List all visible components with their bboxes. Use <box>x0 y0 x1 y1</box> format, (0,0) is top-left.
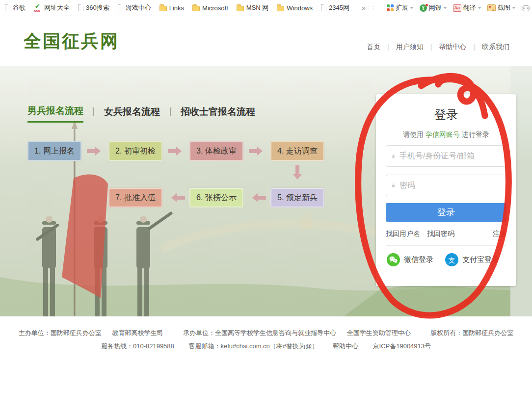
chevron-down-icon <box>512 7 515 10</box>
flow-step-5-pre-selected-recruit: 5. 预定新兵 <box>270 188 324 208</box>
bookmark-label: 谷歌 <box>13 3 26 12</box>
flow-step-7-approved-enlistment: 7. 批准入伍 <box>108 188 162 208</box>
extensions-icon <box>387 4 394 11</box>
toolbar-screenshot[interactable]: 截图 <box>487 3 515 12</box>
footer-line-contacts: 服务热线：010-82199588 客服邮箱：kefu#chsi.com.cn（… <box>0 339 532 353</box>
login-panel: 登录 请使用 学信网账号 进行登录 登录 找回用户名 找回密码 注册 <box>376 94 516 286</box>
footer-aid-center: 全国学生资助管理中心 <box>347 329 411 337</box>
top-nav: 首页 | 用户须知 | 帮助中心 | 联系我们 <box>360 43 516 52</box>
footer-hotline: 服务热线：010-82199588 <box>101 342 174 350</box>
flow-step-4-home-visit-investigation: 4. 走访调查 <box>270 141 324 161</box>
alipay-icon: 支 <box>445 253 458 266</box>
alipay-login[interactable]: 支 支付宝登录 <box>445 253 499 266</box>
tab-male-enlistment[interactable]: 男兵报名流程 <box>27 104 83 123</box>
wechat-icon <box>387 253 400 266</box>
hao123-icon <box>34 4 42 12</box>
footer-copyright: 版权所有：国防部征兵办公室 <box>430 329 513 337</box>
bookmark-label: 360搜索 <box>86 3 109 12</box>
translate-icon: Aa <box>453 4 461 12</box>
arrow-right-icon <box>87 147 105 156</box>
page-icon <box>118 4 123 11</box>
subtitle-suffix: 进行登录 <box>462 130 489 138</box>
lock-icon <box>391 182 396 189</box>
nav-home[interactable]: 首页 <box>360 43 387 52</box>
footer-service-email: 客服邮箱：kefu#chsi.com.cn（将#替换为@） <box>188 342 318 350</box>
page-icon <box>78 4 83 11</box>
footer-undertaker-unit: 承办单位：全国高等学校学生信息咨询与就业指导中心 <box>183 329 336 337</box>
hero-section: 男兵报名流程 女兵报名流程 招收士官报名流程 1. 网上报名 2. 初审初检 3… <box>0 66 532 316</box>
footer-line-organizers: 主办单位：国防部征兵办公室 教育部高校学生司 承办单位：全国高等学校学生信息咨询… <box>0 326 532 339</box>
ebank-shield-icon: ¥ <box>420 4 427 12</box>
bookmark-folder-microsoft[interactable]: Microsoft <box>192 4 228 12</box>
bookmarks-overflow-chevron[interactable]: » <box>362 4 366 12</box>
nav-user-notice[interactable]: 用户须知 <box>389 43 430 52</box>
login-subtitle: 请使用 学信网账号 进行登录 <box>386 130 506 139</box>
chevron-down-icon <box>478 7 481 10</box>
flow-step-3-physical-political-exam: 3. 体检政审 <box>189 141 243 161</box>
wechat-login[interactable]: 微信登录 <box>387 253 433 266</box>
wechat-login-label: 微信登录 <box>404 255 433 264</box>
user-icon <box>391 152 396 160</box>
flow-step-1-online-registration: 1. 网上报名 <box>27 141 81 161</box>
login-title: 登录 <box>386 94 506 123</box>
page-icon <box>321 4 326 11</box>
bookmark-2345[interactable]: 2345网 <box>321 3 349 12</box>
find-username-link[interactable]: 找回用户名 <box>386 230 420 238</box>
bookmark-gamecenter[interactable]: 游戏中心 <box>118 3 151 12</box>
username-input[interactable] <box>399 152 501 160</box>
toolbar-drag-handle-icon: ⋮⋮ <box>366 5 375 11</box>
bookmark-label: 2345网 <box>329 3 349 12</box>
process-tabs: 男兵报名流程 女兵报名流程 招收士官报名流程 <box>27 104 255 123</box>
toolbar-ebank[interactable]: ¥网银 <box>420 3 447 12</box>
toolbar-extensions[interactable]: 扩展 <box>387 3 413 12</box>
toolbar-translate[interactable]: Aa翻译 <box>453 3 481 12</box>
login-divider <box>386 245 506 246</box>
flow-step-6-public-announcement: 6. 张榜公示 <box>189 188 243 208</box>
bookmark-label: MSN 网 <box>246 3 269 12</box>
bookmark-hao123[interactable]: 网址大全 <box>34 3 70 12</box>
bookmark-google[interactable]: 谷歌 <box>5 3 26 12</box>
tab-separator <box>93 107 94 116</box>
folder-icon <box>277 6 284 11</box>
username-field-wrap <box>386 145 506 167</box>
site-logo[interactable]: 全国征兵网 <box>24 29 119 53</box>
site-header: 全国征兵网 首页 | 用户须知 | 帮助中心 | 联系我们 <box>0 16 532 66</box>
footer-icp-number: 京ICP备19004913号 <box>373 342 431 350</box>
gamepad-icon <box>522 5 530 11</box>
chsi-account-link[interactable]: 学信网账号 <box>426 130 460 138</box>
bookmarks-bar: 谷歌 网址大全 360搜索 游戏中心 Links Microsoft MSN 网… <box>0 0 532 16</box>
tool-label: 截图 <box>498 3 510 12</box>
arrow-right-icon <box>168 147 186 156</box>
login-button[interactable]: 登录 <box>386 203 506 222</box>
tab-female-enlistment[interactable]: 女兵报名流程 <box>104 105 160 122</box>
arrow-down-icon <box>293 165 302 184</box>
register-link[interactable]: 注册 <box>493 230 506 238</box>
folder-icon <box>192 6 200 11</box>
tab-nco-recruitment[interactable]: 招收士官报名流程 <box>181 105 255 122</box>
arrow-right-icon <box>249 147 267 156</box>
bookmark-folder-msn[interactable]: MSN 网 <box>237 3 269 12</box>
nav-help-center[interactable]: 帮助中心 <box>432 43 473 52</box>
arrow-left-icon <box>167 193 185 202</box>
folder-icon <box>160 6 167 11</box>
tool-label: 网银 <box>429 3 442 12</box>
footer-moe-dept: 教育部高校学生司 <box>112 329 163 337</box>
find-password-link[interactable]: 找回密码 <box>427 230 454 238</box>
page-footer: 主办单位：国防部征兵办公室 教育部高校学生司 承办单位：全国高等学校学生信息咨询… <box>0 316 532 353</box>
bookmark-folder-links[interactable]: Links <box>160 4 184 12</box>
bookmark-360search[interactable]: 360搜索 <box>78 3 109 12</box>
toolbar-games[interactable]: 游戏 <box>522 3 532 12</box>
footer-help-center-link[interactable]: 帮助中心 <box>333 342 358 350</box>
arrow-left-icon <box>248 193 266 202</box>
social-login-row: 微信登录 支 支付宝登录 <box>387 253 499 266</box>
tool-label: 扩展 <box>396 3 408 12</box>
screenshot-icon <box>487 4 496 11</box>
password-field-wrap <box>386 175 506 196</box>
footer-host-unit: 主办单位：国防部征兵办公室 <box>19 329 102 337</box>
nav-contact-us[interactable]: 联系我们 <box>475 43 516 52</box>
password-input[interactable] <box>399 181 501 190</box>
bookmark-label: Windows <box>287 4 313 12</box>
flow-step-2-initial-review: 2. 初审初检 <box>108 141 162 161</box>
bookmark-folder-windows[interactable]: Windows <box>277 4 313 12</box>
bookmark-label: Microsoft <box>202 4 228 12</box>
